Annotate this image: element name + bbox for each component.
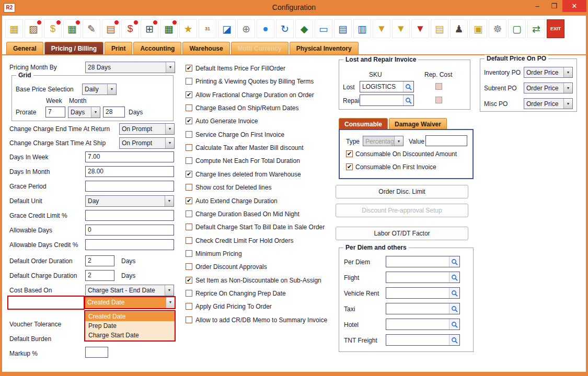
change-charge-end-time-at-return-select[interactable]: On Prompt▼: [119, 123, 175, 135]
tab-pricing-billing[interactable]: Pricing / Billing: [44, 42, 103, 54]
chevron-down-icon[interactable]: ▼: [166, 62, 175, 73]
checkbox-apply-grid-pricing-to-order[interactable]: [186, 303, 192, 310]
chevron-down-icon[interactable]: ▼: [166, 297, 175, 308]
checkbox-order-discount-approvals[interactable]: [186, 263, 192, 270]
allowable-days-input[interactable]: 0: [85, 225, 174, 236]
blue-document-icon[interactable]: ▤: [334, 19, 352, 38]
base-price-selection-select[interactable]: Daily▼: [82, 84, 117, 95]
pricing-month-by-select[interactable]: 28 Days▼: [85, 62, 175, 73]
lost-rep-cost-checkbox[interactable]: [435, 83, 442, 90]
chevron-down-icon[interactable]: ▼: [165, 196, 174, 206]
calendar-icon[interactable]: ▦: [63, 19, 81, 38]
default-charge-duration-input[interactable]: 2: [85, 270, 114, 281]
save-icon[interactable]: ▦: [5, 19, 23, 38]
tab-damage-waiver[interactable]: Damage Waiver: [389, 118, 447, 129]
change-charge-start-time-at-ship-select[interactable]: On Prompt▼: [119, 137, 175, 149]
labor-cost-based-on-select[interactable]: Created Date▼: [84, 296, 176, 309]
chevron-down-icon[interactable]: ▼: [563, 99, 572, 109]
chevron-down-icon[interactable]: ▼: [394, 136, 403, 146]
checkbox-calculate-tax-after-master-bill-discount[interactable]: [186, 144, 192, 151]
hotel-input[interactable]: [386, 319, 460, 330]
search-icon[interactable]: [449, 288, 459, 298]
prorate-month-input[interactable]: 28: [103, 107, 125, 118]
keyboard-icon[interactable]: ▭: [315, 19, 332, 38]
minimize-button[interactable]: –: [529, 0, 546, 12]
exit-icon[interactable]: EXIT: [547, 19, 564, 38]
checkbox-reprice-on-changing-prep-date[interactable]: [186, 290, 192, 297]
dropdown-option-prep-date[interactable]: Prep Date: [85, 321, 175, 331]
vehicle-rent-input[interactable]: [386, 287, 460, 299]
checkbox-check-credit-limit-for-hold-orders[interactable]: [186, 237, 192, 244]
dollar-document-icon[interactable]: $: [121, 19, 139, 38]
chevron-down-icon[interactable]: ▼: [165, 124, 174, 134]
search-icon[interactable]: [403, 81, 413, 92]
grace-period-input[interactable]: [85, 181, 174, 192]
chevron-down-icon[interactable]: ▼: [165, 285, 174, 296]
tab-physical-inventory[interactable]: Physical Inventory: [290, 42, 359, 54]
shield-icon[interactable]: ◆: [295, 19, 313, 38]
tab-accounting[interactable]: Accounting: [133, 42, 181, 54]
checkbox-allow-to-add-cr-db-memo-to-summary-invoice[interactable]: [186, 316, 192, 323]
dropdown-option-charge-start-date[interactable]: Charge Start Date: [85, 331, 175, 340]
checkbox-show-cost-for-deleted-lines[interactable]: [186, 184, 192, 191]
checkbox-service-charge-on-first-invoice[interactable]: [186, 131, 192, 138]
checkbox-default-items-price-for-fillorder[interactable]: ✔: [186, 65, 192, 72]
type-select[interactable]: Percentage▼: [363, 136, 403, 146]
checkbox-consumable-on-discounted-amount[interactable]: ✔: [346, 150, 353, 157]
spreadsheet-icon[interactable]: ▦: [160, 19, 178, 38]
checkbox-set-item-as-non-discountable-on-sub-assign[interactable]: ✔: [186, 277, 192, 284]
markup-percent-input[interactable]: [85, 347, 108, 358]
funnel-icon[interactable]: ▼: [373, 19, 390, 38]
checkbox-compute-net-each-for-total-duration[interactable]: [186, 157, 192, 164]
tab-multi-currency[interactable]: Multi Currency: [231, 42, 289, 54]
edit-icon[interactable]: ✎: [83, 19, 100, 38]
checkbox-consumable-on-first-invoice[interactable]: ✔: [346, 163, 353, 170]
discount-pre-approval-setup-button[interactable]: Discount Pre-approval Setup: [336, 204, 468, 217]
chevron-down-icon[interactable]: ▼: [91, 107, 100, 118]
grid-icon[interactable]: ⊞: [141, 19, 158, 38]
allowable-days-credit-input[interactable]: [85, 239, 174, 250]
checkbox-charge-based-on-ship-return-dates[interactable]: [186, 104, 192, 111]
lost-sku-input[interactable]: LOGISTICS: [360, 81, 414, 92]
repair-rep-cost-checkbox[interactable]: [435, 97, 442, 103]
key-icon[interactable]: ★: [179, 19, 197, 38]
flight-input[interactable]: [386, 272, 460, 283]
chart-icon[interactable]: ◪: [218, 19, 236, 38]
copy-document-icon[interactable]: ▥: [353, 19, 371, 38]
per-diem-input[interactable]: [386, 256, 460, 267]
cost-based-on-select[interactable]: Charge Start - End Date▼: [85, 285, 174, 296]
import-export-icon[interactable]: ⇄: [527, 19, 545, 38]
default-order-duration-input[interactable]: 2: [85, 255, 114, 266]
calendar-31-icon[interactable]: 31: [199, 19, 216, 38]
maximize-button[interactable]: ❐: [546, 0, 562, 12]
search-icon[interactable]: [449, 303, 459, 314]
chevron-down-icon[interactable]: ▼: [165, 138, 174, 148]
days-in-week-input[interactable]: 7.00: [85, 151, 174, 162]
printer-icon[interactable]: ▨: [25, 19, 42, 38]
subrent-po-select[interactable]: Order Price▼: [524, 83, 573, 93]
checkbox-auto-extend-charge-duration[interactable]: ✔: [186, 197, 192, 204]
checkbox-auto-generate-invoice[interactable]: ✔: [186, 118, 192, 124]
prorate-week-input[interactable]: 7: [45, 107, 65, 118]
default-unit-select[interactable]: Day▼: [85, 195, 174, 207]
checkbox-minimum-pricing[interactable]: [186, 250, 192, 257]
funnel-export-icon[interactable]: ▼: [392, 19, 410, 38]
order-disc-limit-button[interactable]: Order Disc. Limit: [336, 185, 468, 198]
checkbox-allow-fractional-charge-duration-on-order[interactable]: ✔: [186, 91, 192, 98]
note-icon[interactable]: ▤: [431, 19, 448, 38]
person-icon[interactable]: ♟: [450, 19, 468, 38]
monitor-icon[interactable]: ▢: [508, 19, 526, 38]
document-icon[interactable]: ▤: [102, 19, 120, 38]
taxi-input[interactable]: [386, 303, 460, 314]
coins-icon[interactable]: $: [44, 19, 62, 38]
folder-gear-icon[interactable]: ▣: [469, 19, 487, 38]
chevron-down-icon[interactable]: ▼: [563, 67, 572, 77]
tab-consumable[interactable]: Consumable: [339, 118, 388, 129]
search-icon[interactable]: [449, 256, 459, 267]
search-icon[interactable]: [449, 272, 459, 283]
checkbox-charge-duration-based-on-mid-night[interactable]: [186, 210, 192, 217]
chevron-down-icon[interactable]: ▼: [563, 83, 572, 93]
grace-credit-limit-input[interactable]: [85, 210, 174, 221]
chevron-down-icon[interactable]: ▼: [107, 84, 116, 95]
tab-print[interactable]: Print: [105, 42, 132, 54]
